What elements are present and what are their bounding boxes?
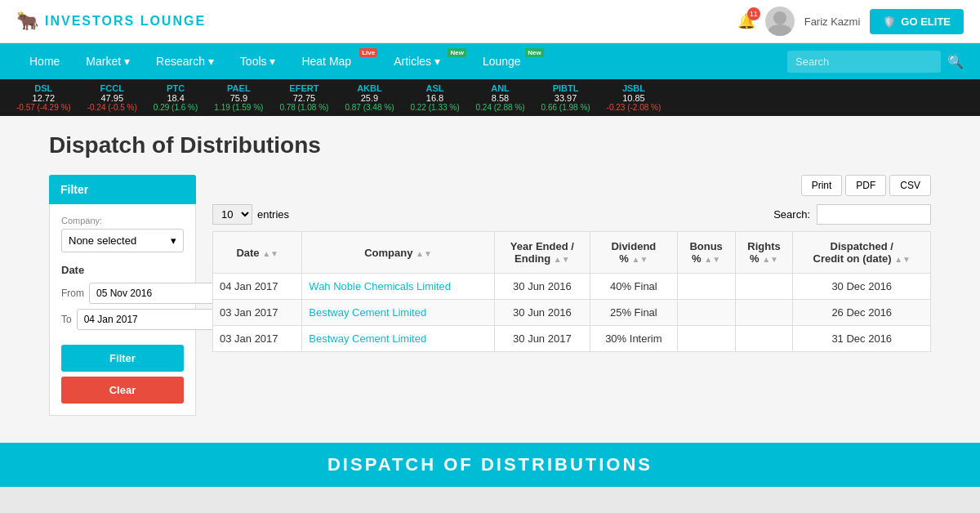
cell-company[interactable]: Wah Noble Chemicals Limited xyxy=(302,274,494,300)
col-company[interactable]: Company ▲▼ xyxy=(302,232,494,274)
table-area: Print PDF CSV 10 25 50 entries Search: xyxy=(212,175,931,416)
ticker-change: 1.19 (1.59 %) xyxy=(214,103,263,112)
live-badge: Live xyxy=(359,48,377,57)
from-row: From xyxy=(61,283,184,304)
data-table: Date ▲▼ Company ▲▼ Year Ended /Ending ▲▼… xyxy=(212,231,931,352)
table-header-row: Date ▲▼ Company ▲▼ Year Ended /Ending ▲▼… xyxy=(213,232,931,274)
cell-company[interactable]: Bestway Cement Limited xyxy=(302,326,494,352)
pdf-button[interactable]: PDF xyxy=(845,175,886,196)
nav-item-heatmap[interactable]: Heat Map Live xyxy=(288,43,381,79)
ticker-symbol: DSL xyxy=(34,83,52,93)
ticker-item[interactable]: PAEL75.91.19 (1.59 %) xyxy=(214,83,263,112)
ticker-item[interactable]: ANL8.580.24 (2.88 %) xyxy=(476,83,525,112)
nav-search: 🔍 xyxy=(787,51,964,73)
ticker-item[interactable]: EFERT72.750.78 (1.08 %) xyxy=(279,83,328,112)
entries-select[interactable]: 10 25 50 xyxy=(212,204,252,225)
nav-item-market[interactable]: Market ▾ xyxy=(73,43,143,79)
sort-icon-dispatched: ▲▼ xyxy=(894,255,911,264)
ticker-price: 12.72 xyxy=(33,93,56,103)
ticker-price: 72.75 xyxy=(293,93,316,103)
search-input[interactable] xyxy=(787,51,941,73)
search-button[interactable]: 🔍 xyxy=(947,54,964,69)
cell-dividend: 30% Interim xyxy=(590,326,678,352)
filter-header: Filter xyxy=(49,175,196,204)
col-dividend[interactable]: Dividend% ▲▼ xyxy=(590,232,678,274)
new-badge-lounge: New xyxy=(525,48,543,57)
ticker-item[interactable]: JSBL10.85-0.23 (-2.08 %) xyxy=(607,83,662,112)
cell-rights xyxy=(735,274,793,300)
sort-icon-date: ▲▼ xyxy=(262,249,278,258)
ticker-item[interactable]: ASL16.80.22 (1.33 %) xyxy=(410,83,459,112)
ticker-item[interactable]: PTC18.40.29 (1.6 %) xyxy=(154,83,198,112)
nav-item-research[interactable]: Research ▾ xyxy=(143,43,227,79)
col-bonus[interactable]: Bonus% ▲▼ xyxy=(677,232,735,274)
ticker-change: -0.23 (-2.08 %) xyxy=(607,103,662,112)
company-dropdown[interactable]: None selected ▾ xyxy=(61,229,184,252)
col-rights[interactable]: Rights% ▲▼ xyxy=(735,232,793,274)
table-search-input[interactable] xyxy=(817,204,931,225)
cell-bonus xyxy=(677,326,735,352)
export-buttons: Print PDF CSV xyxy=(801,175,931,196)
ticker-price: 10.85 xyxy=(622,93,645,103)
ticker-change: 0.87 (3.48 %) xyxy=(345,103,394,112)
ticker-change: -0.24 (-0.5 %) xyxy=(87,103,137,112)
svg-point-1 xyxy=(768,25,791,36)
sort-icon-bonus: ▲▼ xyxy=(704,255,720,264)
table-top: Print PDF CSV xyxy=(212,175,931,196)
col-date[interactable]: Date ▲▼ xyxy=(213,232,302,274)
col-year-ended[interactable]: Year Ended /Ending ▲▼ xyxy=(494,232,590,274)
to-row: To xyxy=(61,309,184,330)
col-dispatched[interactable]: Dispatched /Credit on (date) ▲▼ xyxy=(793,232,931,274)
to-label: To xyxy=(61,314,72,325)
ticker-symbol: ANL xyxy=(491,83,510,93)
go-elite-button[interactable]: 🛡️ GO ELITE xyxy=(870,9,964,34)
cell-dividend: 40% Final xyxy=(590,274,678,300)
date-section: Date From To xyxy=(61,264,184,330)
clear-button[interactable]: Clear xyxy=(61,377,184,404)
main-content: Dispatch of Distributions Filter Company… xyxy=(0,116,980,443)
from-date-input[interactable] xyxy=(89,283,226,304)
cell-year-ended: 30 Jun 2016 xyxy=(494,274,590,300)
filter-button[interactable]: Filter xyxy=(61,345,184,372)
cell-dividend: 25% Final xyxy=(590,300,678,326)
sort-icon-rights: ▲▼ xyxy=(762,255,778,264)
svg-point-0 xyxy=(773,11,786,25)
nav-item-lounge[interactable]: Lounge New xyxy=(470,43,547,79)
ticker-item[interactable]: DSL12.72-0.57 (-4.29 %) xyxy=(16,83,71,112)
nav: Home Market ▾ Research ▾ Tools ▾ Heat Ma… xyxy=(0,43,980,79)
notification-button[interactable]: 🔔 11 xyxy=(737,12,755,30)
nav-item-tools[interactable]: Tools ▾ xyxy=(227,43,289,79)
ticker-item[interactable]: FCCL47.95-0.24 (-0.5 %) xyxy=(87,83,137,112)
avatar xyxy=(765,7,795,36)
logo: 🐂 INVESTORS LOUNGE xyxy=(16,11,206,32)
ticker-symbol: PTC xyxy=(167,83,185,93)
user-name: Fariz Kazmi xyxy=(804,16,861,28)
ticker-change: 0.22 (1.33 %) xyxy=(410,103,459,112)
table-row: 03 Jan 2017 Bestway Cement Limited 30 Ju… xyxy=(213,326,931,352)
ticker-change: 0.78 (1.08 %) xyxy=(279,103,328,112)
cell-company[interactable]: Bestway Cement Limited xyxy=(302,300,494,326)
nav-item-home[interactable]: Home xyxy=(16,43,73,79)
header: 🐂 INVESTORS LOUNGE 🔔 11 Fariz Kazmi 🛡️ G… xyxy=(0,0,980,43)
notification-badge: 11 xyxy=(747,7,760,20)
table-row: 04 Jan 2017 Wah Noble Chemicals Limited … xyxy=(213,274,931,300)
shield-icon: 🛡️ xyxy=(883,16,896,28)
ticker-item[interactable]: PIBTL33.970.66 (1.98 %) xyxy=(541,83,590,112)
ticker-item[interactable]: AKBL25.90.87 (3.48 %) xyxy=(345,83,394,112)
search-label: Search: xyxy=(773,208,810,221)
print-button[interactable]: Print xyxy=(801,175,843,196)
new-badge-articles: New xyxy=(448,48,466,57)
ticker-price: 33.97 xyxy=(555,93,577,103)
header-right: 🔔 11 Fariz Kazmi 🛡️ GO ELITE xyxy=(737,7,964,36)
ticker-symbol: JSBL xyxy=(622,83,645,93)
sort-icon-dividend: ▲▼ xyxy=(632,255,648,264)
company-label: Company: xyxy=(61,216,184,225)
ticker-symbol: ASL xyxy=(425,83,443,93)
ticker-symbol: EFERT xyxy=(289,83,318,93)
cell-dispatched: 26 Dec 2016 xyxy=(793,300,931,326)
csv-button[interactable]: CSV xyxy=(889,175,931,196)
to-date-input[interactable] xyxy=(77,309,214,330)
entries-label: entries xyxy=(257,208,289,221)
cell-date: 03 Jan 2017 xyxy=(213,326,302,352)
nav-item-articles[interactable]: Articles ▾ New xyxy=(381,43,470,79)
